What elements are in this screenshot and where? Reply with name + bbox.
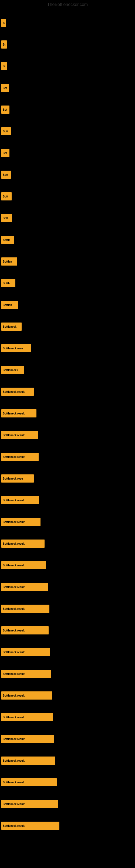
bar-label: Bottleneck bbox=[3, 325, 16, 328]
bar[interactable]: Bottleneck result bbox=[1, 604, 49, 613]
bar-row: Bottleneck result bbox=[1, 533, 134, 554]
bar-label: Bottleneck result bbox=[3, 456, 25, 458]
bar-row: Bottleneck result bbox=[1, 424, 134, 446]
bar-label: Bott bbox=[3, 130, 8, 133]
bar[interactable]: Bottleneck result bbox=[1, 648, 50, 656]
bar-row: Bottleneck result bbox=[1, 685, 134, 706]
bar-row: Bottleneck result bbox=[1, 620, 134, 641]
bar-label: Bottleneck result bbox=[3, 586, 25, 589]
bar-label: Bottleneck result bbox=[3, 390, 25, 393]
bar[interactable]: Bottleneck result bbox=[1, 539, 45, 548]
bar[interactable]: Bottleneck result bbox=[1, 453, 39, 461]
bar-row: Bottleneck result bbox=[1, 446, 134, 468]
bar-label: Bottleneck result bbox=[3, 434, 25, 437]
bar-row: Bottleneck bbox=[1, 316, 134, 337]
bar-label: Bottleneck result bbox=[3, 716, 25, 719]
bar-row: Bottleneck result bbox=[1, 381, 134, 403]
bar-label: Bottlen bbox=[3, 304, 12, 307]
bar[interactable]: Bottlen bbox=[1, 301, 18, 309]
bar[interactable]: Bott bbox=[1, 214, 12, 222]
bar[interactable]: Bottleneck result bbox=[1, 756, 55, 765]
bar-row: Bottleneck result bbox=[1, 576, 134, 598]
bar[interactable]: Bottleneck result bbox=[1, 713, 53, 721]
bar-label: Bottle bbox=[3, 239, 10, 241]
bar-row: Bottleneck result bbox=[1, 489, 134, 511]
bar[interactable]: Bottleneck result bbox=[1, 388, 34, 396]
bar-label: Bottleneck resu bbox=[3, 347, 23, 350]
bar[interactable]: Bottleneck resu bbox=[1, 344, 31, 352]
bar-label: Bo bbox=[3, 43, 5, 46]
bar-label: Bottleneck resu bbox=[3, 477, 23, 480]
bar-row: Bottlen bbox=[1, 294, 134, 316]
bar[interactable]: Bott bbox=[1, 170, 11, 179]
bar-row: Bot bbox=[1, 77, 134, 99]
bar[interactable]: Bottleneck resu bbox=[1, 474, 34, 483]
bar[interactable]: Bot bbox=[1, 149, 9, 157]
bar[interactable]: Bottleneck result bbox=[1, 735, 54, 743]
bar-row: Bo bbox=[1, 34, 134, 55]
bar[interactable]: Bottleneck result bbox=[1, 518, 41, 526]
bar[interactable]: Bottleneck result bbox=[1, 691, 52, 700]
bar-row: Bot bbox=[1, 99, 134, 120]
bar[interactable]: Bott bbox=[1, 192, 12, 200]
site-title: TheBottlenecker.com bbox=[0, 0, 135, 9]
bar-label: Bot bbox=[3, 87, 7, 90]
bar[interactable]: Bottleneck result bbox=[1, 409, 37, 417]
bar-label: Bottleneck result bbox=[3, 521, 25, 524]
bar[interactable]: Bottleneck result bbox=[1, 496, 39, 504]
bar-label: Bottleneck result bbox=[3, 694, 25, 697]
bar[interactable]: Bot bbox=[1, 105, 9, 114]
bar-row: Bottleneck r bbox=[1, 359, 134, 381]
bar-row: Bottleneck result bbox=[1, 403, 134, 424]
bar[interactable]: Bo bbox=[1, 62, 7, 70]
bar-row: Bott bbox=[1, 186, 134, 207]
bar-row: Bottleneck result bbox=[1, 771, 134, 793]
bar[interactable]: Bottleneck result bbox=[1, 626, 49, 634]
bar-row: Bottleneck result bbox=[1, 815, 134, 837]
bar-label: Bottleneck result bbox=[3, 759, 25, 762]
bar-label: Bottleneck result bbox=[3, 499, 25, 502]
bar-label: Bottleneck result bbox=[3, 542, 25, 545]
bar-row: Bott bbox=[1, 207, 134, 229]
bar-label: Bot bbox=[3, 152, 7, 155]
bar-row: Bo bbox=[1, 55, 134, 77]
bar[interactable]: Bottleneck result bbox=[1, 431, 38, 439]
bar-label: Bottleneck result bbox=[3, 803, 25, 806]
bar-row: Bottleneck result bbox=[1, 641, 134, 663]
bar-row: Bottleneck result bbox=[1, 511, 134, 533]
bar[interactable]: Bottle bbox=[1, 279, 15, 287]
bar-row: Bott bbox=[1, 164, 134, 186]
bar-row: Bot bbox=[1, 142, 134, 164]
bar[interactable]: Bottleneck r bbox=[1, 366, 24, 374]
bar-label: Bottleneck result bbox=[3, 564, 25, 567]
bar[interactable]: Bottleneck result bbox=[1, 583, 48, 591]
bar-label: Bottle bbox=[3, 282, 10, 285]
bar[interactable]: Bo bbox=[1, 40, 7, 49]
bar-row: Bottle bbox=[1, 272, 134, 294]
bar-label: Bottleneck r bbox=[3, 369, 18, 372]
bar[interactable]: Bottleneck bbox=[1, 322, 21, 331]
bar-label: Bo bbox=[3, 22, 5, 24]
bar-label: Bottleneck result bbox=[3, 629, 25, 632]
bar-row: Bottlen bbox=[1, 251, 134, 272]
bar-row: Bottleneck resu bbox=[1, 337, 134, 359]
bar[interactable]: Bottlen bbox=[1, 257, 17, 266]
bar-row: Bottleneck result bbox=[1, 554, 134, 576]
bar-label: Bottleneck result bbox=[3, 607, 25, 610]
bar[interactable]: Bottleneck result bbox=[1, 561, 46, 569]
bar-label: Bot bbox=[3, 108, 7, 111]
bar-label: Bottleneck result bbox=[3, 824, 25, 827]
bar[interactable]: Bottleneck result bbox=[1, 670, 51, 678]
bar[interactable]: Bo bbox=[1, 19, 6, 27]
bar-row: Bott bbox=[1, 120, 134, 142]
bar-row: Bottle bbox=[1, 229, 134, 251]
bar[interactable]: Bottle bbox=[1, 236, 14, 244]
bar-label: Bott bbox=[3, 173, 8, 176]
bar[interactable]: Bottleneck result bbox=[1, 778, 57, 786]
title-text: TheBottlenecker.com bbox=[47, 2, 88, 7]
bar[interactable]: Bott bbox=[1, 127, 11, 135]
bar[interactable]: Bottleneck result bbox=[1, 800, 58, 808]
bars-container: BoBoBoBotBotBottBotBottBottBottBottleBot… bbox=[0, 9, 135, 839]
bar[interactable]: Bottleneck result bbox=[1, 822, 59, 830]
bar[interactable]: Bot bbox=[1, 84, 9, 92]
